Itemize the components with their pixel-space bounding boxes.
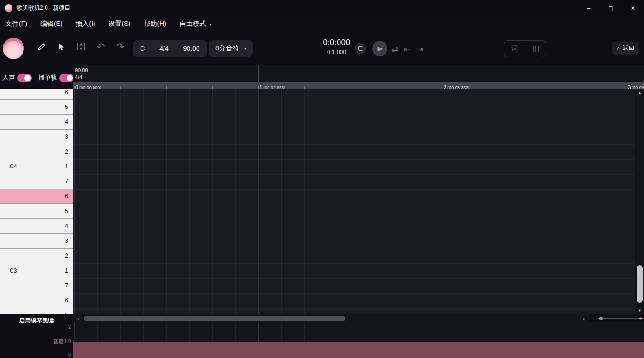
ruler-mark: 3(00:08.000)	[628, 83, 644, 89]
menu-item-6[interactable]: 自由模式▾	[179, 20, 211, 28]
menu-item-1[interactable]: 文件(F)	[5, 20, 27, 28]
measure-line	[443, 65, 443, 82]
lyric-bars-button[interactable]	[525, 41, 546, 57]
menu-bar: 文件(F)编辑(E)插入(I)设置(S)帮助(H)自由模式▾	[0, 16, 644, 32]
pencil-tool-icon[interactable]	[35, 40, 48, 53]
piano-key[interactable]: 2	[0, 144, 73, 159]
menu-item-4[interactable]: 设置(S)	[108, 20, 131, 28]
scroll-down-arrow[interactable]: ▼	[635, 307, 644, 314]
piano-key[interactable]: 5	[0, 204, 73, 219]
key-number: 7	[65, 282, 68, 289]
piano-key[interactable]: 3	[0, 130, 73, 144]
ruler-mark: 2(00:05.333)	[444, 83, 469, 89]
chevron-down-icon: ▾	[244, 46, 246, 51]
zoom-out-button[interactable]: -	[592, 314, 594, 322]
close-button[interactable]: ✕	[622, 0, 644, 16]
piano-key[interactable]: 3	[0, 234, 73, 249]
piano-key[interactable]: 7	[0, 174, 73, 189]
piano-key[interactable]: 6	[0, 293, 73, 308]
ruler-mark: 0(00:00.000)	[75, 83, 101, 89]
volume-current-label: 音量1.0	[53, 338, 71, 345]
key-signature-button[interactable]: C	[133, 45, 152, 52]
scroll-right-arrow[interactable]: ›	[579, 314, 588, 322]
toggle-label: 播单轨	[38, 73, 57, 82]
singer-avatar[interactable]	[3, 38, 24, 59]
tempo-button[interactable]: 90.00	[176, 45, 207, 52]
toggle-switch[interactable]	[59, 74, 74, 82]
track-toggle-2: 播单轨	[38, 73, 74, 82]
volume-scale-max: 2	[68, 324, 71, 330]
jump-to-end-icon[interactable]: ⇥	[417, 44, 423, 54]
piano-key[interactable]: 4	[0, 219, 73, 234]
piano-key[interactable]: C41	[0, 159, 73, 174]
enable-black-keys-button[interactable]: 启用钢琴黑键	[0, 317, 73, 325]
piano-key[interactable]: 2	[0, 249, 73, 263]
bottom-section: ‹ › - + 启用钢琴黑键 2 音量1.0 0	[0, 314, 644, 358]
stop-button[interactable]	[355, 43, 366, 54]
key-number: 7	[65, 178, 68, 185]
key-number: 6	[65, 193, 68, 200]
maximize-button[interactable]: ▢	[600, 0, 622, 16]
time-ruler[interactable]: 0(00:00.000)1(00:02.666)2(00:05.333)3(00…	[73, 82, 644, 89]
time-display: 0:0:000 0:1:000	[313, 38, 361, 56]
back-button[interactable]: ⌂ 返回	[612, 42, 639, 55]
toggle-knob	[24, 75, 31, 81]
key-number: 6	[65, 297, 68, 304]
window-title: 歌叽歌叽2.0 - 新项目	[17, 4, 70, 12]
measure-time: (00:05.333)	[447, 85, 469, 89]
play-icon: ▶	[378, 45, 383, 52]
zoom-slider-track[interactable]	[597, 318, 639, 319]
menu-item-2[interactable]: 编辑(E)	[40, 20, 63, 28]
key-number: 1	[65, 267, 68, 274]
measure-number: 2	[444, 84, 446, 89]
menu-item-5[interactable]: 帮助(H)	[143, 20, 166, 28]
horizontal-scroll-thumb[interactable]	[84, 316, 345, 321]
ruler-mark: 1(00:02.666)	[259, 83, 285, 89]
select-cursor-icon[interactable]	[55, 40, 68, 53]
vertical-scrollbar[interactable]: ▲ ▼	[635, 89, 644, 314]
parameter-panel[interactable]	[73, 322, 644, 358]
piano-key[interactable]: 4	[0, 115, 73, 130]
track-toggle-1: 人声	[2, 73, 32, 82]
measure-number: 3	[628, 84, 631, 89]
horizontal-scrollbar[interactable]: ‹ ›	[73, 314, 589, 322]
measure-number: 0	[75, 84, 78, 89]
redo-icon[interactable]: ↷	[114, 40, 127, 53]
undo-icon[interactable]: ↶	[94, 40, 107, 53]
toggle-knob	[67, 75, 73, 81]
playhead-time: 0:0:000	[313, 38, 361, 47]
pitch-adjust-icon[interactable]	[75, 40, 87, 53]
time-signature-button[interactable]: 4/4	[152, 45, 176, 52]
toolbar: ↶ ↷ C 4/4 90.00 8分音符 ▾ 0:0:000 0:1:000 ▶…	[0, 32, 644, 65]
key-number: 1	[65, 163, 68, 170]
jump-to-start-icon[interactable]: ⇤	[404, 44, 410, 54]
home-icon: ⌂	[617, 45, 621, 51]
app-icon	[5, 4, 12, 12]
piano-key[interactable]: C31	[0, 263, 73, 278]
timeline-header[interactable]: 90.00 4/4 0(00:00.000)1(00:02.666)2(00:0…	[73, 65, 644, 89]
zoom-slider-knob[interactable]	[599, 317, 603, 320]
vertical-scroll-thumb[interactable]	[637, 265, 643, 303]
scroll-up-arrow[interactable]: ▲	[635, 89, 644, 96]
key-number: 3	[65, 238, 68, 244]
volume-scale-min: 0	[68, 352, 71, 358]
piano-key[interactable]: 6	[0, 89, 73, 100]
piano-key[interactable]: 7	[0, 278, 73, 293]
toggle-switch[interactable]	[17, 74, 32, 82]
piano-key-highlighted[interactable]: 6	[0, 189, 73, 204]
loop-icon[interactable]: ⇄	[391, 44, 398, 54]
menu-item-3[interactable]: 插入(I)	[76, 20, 95, 28]
piano-key[interactable]: 5	[0, 308, 73, 314]
octave-label: C4	[10, 163, 17, 170]
piano-key[interactable]: 5	[0, 100, 73, 115]
parameter-label-panel: 启用钢琴黑键 2 音量1.0 0	[0, 314, 73, 358]
note-length-dropdown[interactable]: 8分音符 ▾	[209, 40, 253, 57]
minimize-button[interactable]: –	[578, 0, 600, 16]
piano-roll-grid[interactable]	[73, 89, 635, 314]
play-button[interactable]: ▶	[372, 41, 387, 56]
scroll-left-arrow[interactable]: ‹	[74, 314, 82, 322]
bars-icon	[533, 46, 539, 52]
zoom-in-button[interactable]: +	[639, 314, 643, 322]
lyric-button[interactable]: 词	[504, 41, 525, 57]
key-number: 3	[65, 133, 68, 140]
